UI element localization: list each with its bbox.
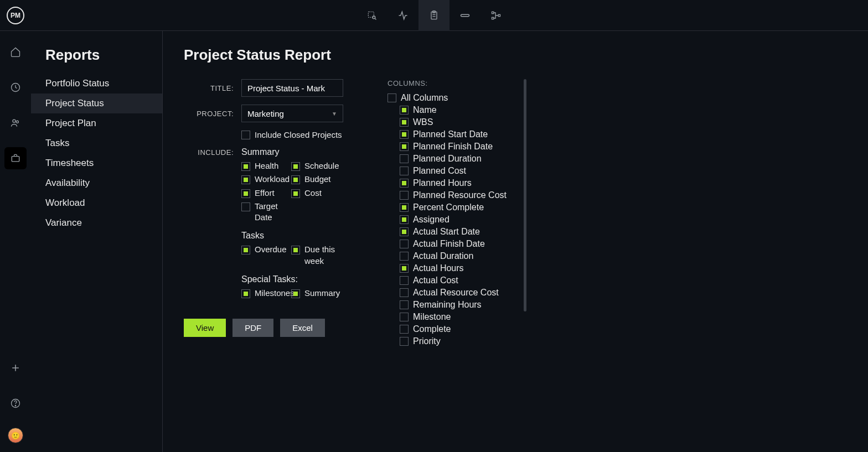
column-checkbox[interactable]	[400, 154, 409, 163]
column-label: Actual Hours	[413, 263, 464, 273]
column-label: Actual Resource Cost	[413, 288, 499, 298]
clock-icon[interactable]	[4, 76, 27, 98]
column-checkbox[interactable]	[400, 106, 409, 115]
include-special-option: Summary	[291, 288, 341, 299]
sidebar-item-project-plan[interactable]: Project Plan	[31, 113, 162, 133]
column-row: WBS	[388, 117, 507, 127]
flow-icon[interactable]	[480, 0, 512, 31]
avatar[interactable]: 🙂	[8, 428, 23, 443]
svg-point-13	[15, 406, 16, 406]
include-summary-checkbox[interactable]	[291, 189, 300, 198]
svg-rect-5	[492, 12, 494, 13]
link-icon[interactable]	[450, 0, 480, 31]
sidebar-item-workload[interactable]: Workload	[31, 193, 162, 213]
clipboard-icon[interactable]	[418, 0, 450, 31]
view-button[interactable]: View	[184, 319, 226, 337]
column-checkbox[interactable]	[400, 227, 409, 236]
column-label: Name	[413, 105, 437, 115]
include-summary-checkbox[interactable]	[291, 162, 300, 171]
column-checkbox[interactable]	[400, 130, 409, 139]
sidepanel-title: Reports	[31, 46, 162, 74]
column-row: Assigned	[388, 215, 507, 225]
label-project: PROJECT:	[184, 110, 234, 118]
column-label: Planned Cost	[413, 166, 466, 176]
excel-button[interactable]: Excel	[280, 319, 325, 337]
include-summary-checkbox[interactable]	[291, 175, 300, 184]
column-row: Planned Resource Cost	[388, 190, 507, 200]
include-summary-option: Schedule	[291, 160, 341, 172]
column-label: Complete	[413, 324, 451, 334]
include-summary-option: Health	[241, 160, 291, 172]
app-logo[interactable]: PM	[7, 7, 24, 24]
svg-rect-7	[498, 14, 500, 16]
include-special-checkbox[interactable]	[241, 289, 250, 298]
pdf-button[interactable]: PDF	[232, 319, 273, 337]
sidebar-item-tasks[interactable]: Tasks	[31, 133, 162, 153]
include-summary-label: Health	[255, 160, 278, 172]
column-row: Name	[388, 105, 507, 115]
home-icon[interactable]	[4, 41, 27, 63]
people-icon[interactable]	[4, 112, 27, 134]
column-label: Remaining Hours	[413, 300, 482, 310]
column-all-checkbox[interactable]	[388, 93, 396, 102]
include-summary-checkbox[interactable]	[241, 175, 250, 184]
column-row: Priority	[388, 336, 507, 346]
add-icon[interactable]	[4, 357, 27, 379]
column-checkbox[interactable]	[400, 337, 409, 346]
include-tasks-checkbox[interactable]	[241, 246, 250, 254]
include-summary-checkbox[interactable]	[241, 202, 250, 211]
include-summary-checkbox[interactable]	[241, 162, 250, 171]
svg-point-9	[13, 120, 16, 122]
column-label: Planned Resource Cost	[413, 190, 507, 200]
include-special-checkbox[interactable]	[291, 289, 300, 298]
column-checkbox[interactable]	[400, 240, 409, 248]
main-content: Project Status Report TITLE: PROJECT: Ma…	[163, 31, 868, 452]
column-row: Actual Start Date	[388, 227, 507, 237]
column-checkbox[interactable]	[400, 179, 409, 188]
sidebar-item-variance[interactable]: Variance	[31, 213, 162, 233]
search-view-icon[interactable]	[356, 0, 388, 31]
help-icon[interactable]	[4, 392, 27, 414]
column-label: Assigned	[413, 215, 450, 225]
column-checkbox[interactable]	[400, 288, 409, 297]
column-row: Actual Resource Cost	[388, 288, 507, 298]
column-checkbox[interactable]	[400, 215, 409, 224]
include-closed-checkbox[interactable]	[241, 131, 250, 139]
column-label: Actual Duration	[413, 251, 473, 261]
column-checkbox[interactable]	[400, 276, 409, 285]
column-row: Planned Duration	[388, 154, 507, 164]
column-label: Planned Finish Date	[413, 142, 493, 152]
sidebar-item-project-status[interactable]: Project Status	[31, 93, 162, 113]
include-summary-label: Cost	[304, 188, 322, 199]
column-checkbox[interactable]	[400, 313, 409, 321]
nav-rail: 🙂	[0, 31, 31, 452]
activity-icon[interactable]	[388, 0, 418, 31]
column-checkbox[interactable]	[400, 300, 409, 309]
column-checkbox[interactable]	[400, 264, 409, 273]
scrollbar[interactable]	[524, 79, 526, 311]
sidebar-item-portfolio-status[interactable]: Portfolio Status	[31, 74, 162, 93]
column-checkbox[interactable]	[400, 325, 409, 334]
column-row: Planned Finish Date	[388, 142, 507, 152]
column-checkbox[interactable]	[400, 142, 409, 151]
column-checkbox[interactable]	[400, 118, 409, 127]
sidebar-item-timesheets[interactable]: Timesheets	[31, 153, 162, 173]
title-input[interactable]	[241, 79, 343, 97]
include-summary-option: Effort	[241, 188, 291, 199]
include-summary-checkbox[interactable]	[241, 189, 250, 198]
include-tasks-checkbox[interactable]	[291, 246, 300, 254]
column-label: Planned Hours	[413, 178, 472, 188]
column-checkbox[interactable]	[400, 191, 409, 200]
briefcase-icon[interactable]	[4, 147, 27, 169]
project-select[interactable]: Marketing ▼	[241, 105, 343, 122]
topbar: PM	[0, 0, 868, 31]
column-all-label: All Columns	[401, 93, 448, 103]
column-checkbox[interactable]	[400, 167, 409, 175]
include-summary-label: Effort	[255, 188, 275, 199]
include-summary-label: Budget	[304, 174, 331, 185]
include-special-option: Milestones	[241, 288, 291, 299]
sidebar-item-availability[interactable]: Availability	[31, 173, 162, 193]
column-label: Actual Start Date	[413, 227, 480, 237]
column-checkbox[interactable]	[400, 252, 409, 261]
column-checkbox[interactable]	[400, 203, 409, 212]
